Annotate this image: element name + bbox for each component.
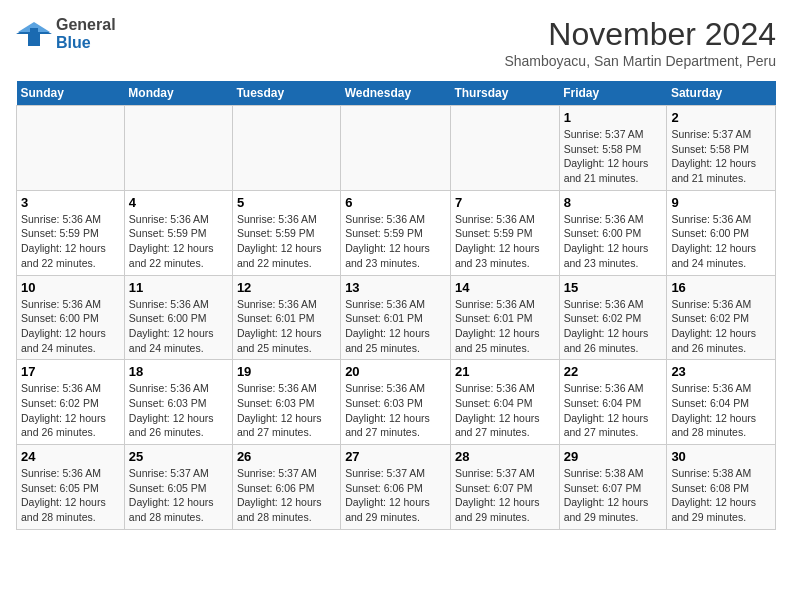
calendar-cell: 22Sunrise: 5:36 AM Sunset: 6:04 PM Dayli… [559, 360, 667, 445]
logo-icon [16, 20, 52, 48]
day-info: Sunrise: 5:36 AM Sunset: 5:59 PM Dayligh… [345, 212, 446, 271]
day-info: Sunrise: 5:36 AM Sunset: 6:00 PM Dayligh… [671, 212, 771, 271]
day-info: Sunrise: 5:36 AM Sunset: 5:59 PM Dayligh… [237, 212, 336, 271]
day-number: 18 [129, 364, 228, 379]
calendar-cell: 19Sunrise: 5:36 AM Sunset: 6:03 PM Dayli… [232, 360, 340, 445]
day-number: 25 [129, 449, 228, 464]
day-number: 27 [345, 449, 446, 464]
day-number: 22 [564, 364, 663, 379]
logo: General Blue [16, 16, 116, 51]
day-info: Sunrise: 5:36 AM Sunset: 5:59 PM Dayligh… [455, 212, 555, 271]
day-info: Sunrise: 5:36 AM Sunset: 5:59 PM Dayligh… [21, 212, 120, 271]
day-info: Sunrise: 5:36 AM Sunset: 6:05 PM Dayligh… [21, 466, 120, 525]
week-row-4: 17Sunrise: 5:36 AM Sunset: 6:02 PM Dayli… [17, 360, 776, 445]
calendar-header-row: SundayMondayTuesdayWednesdayThursdayFrid… [17, 81, 776, 106]
day-info: Sunrise: 5:36 AM Sunset: 6:01 PM Dayligh… [237, 297, 336, 356]
calendar-cell: 26Sunrise: 5:37 AM Sunset: 6:06 PM Dayli… [232, 445, 340, 530]
day-number: 28 [455, 449, 555, 464]
day-info: Sunrise: 5:37 AM Sunset: 6:07 PM Dayligh… [455, 466, 555, 525]
week-row-2: 3Sunrise: 5:36 AM Sunset: 5:59 PM Daylig… [17, 190, 776, 275]
day-info: Sunrise: 5:37 AM Sunset: 6:05 PM Dayligh… [129, 466, 228, 525]
calendar-cell: 29Sunrise: 5:38 AM Sunset: 6:07 PM Dayli… [559, 445, 667, 530]
day-number: 7 [455, 195, 555, 210]
day-number: 15 [564, 280, 663, 295]
day-number: 6 [345, 195, 446, 210]
calendar-cell: 23Sunrise: 5:36 AM Sunset: 6:04 PM Dayli… [667, 360, 776, 445]
day-number: 10 [21, 280, 120, 295]
calendar-cell: 4Sunrise: 5:36 AM Sunset: 5:59 PM Daylig… [124, 190, 232, 275]
day-number: 17 [21, 364, 120, 379]
day-info: Sunrise: 5:36 AM Sunset: 6:01 PM Dayligh… [345, 297, 446, 356]
day-number: 14 [455, 280, 555, 295]
day-info: Sunrise: 5:36 AM Sunset: 6:01 PM Dayligh… [455, 297, 555, 356]
day-number: 8 [564, 195, 663, 210]
col-header-sunday: Sunday [17, 81, 125, 106]
logo-text: General Blue [56, 16, 116, 51]
col-header-wednesday: Wednesday [341, 81, 451, 106]
calendar-cell: 28Sunrise: 5:37 AM Sunset: 6:07 PM Dayli… [450, 445, 559, 530]
day-info: Sunrise: 5:37 AM Sunset: 5:58 PM Dayligh… [671, 127, 771, 186]
day-number: 4 [129, 195, 228, 210]
calendar-cell: 20Sunrise: 5:36 AM Sunset: 6:03 PM Dayli… [341, 360, 451, 445]
day-number: 1 [564, 110, 663, 125]
calendar-cell [124, 106, 232, 191]
calendar-cell: 6Sunrise: 5:36 AM Sunset: 5:59 PM Daylig… [341, 190, 451, 275]
day-number: 26 [237, 449, 336, 464]
day-number: 19 [237, 364, 336, 379]
page-title: November 2024 [504, 16, 776, 53]
day-info: Sunrise: 5:38 AM Sunset: 6:07 PM Dayligh… [564, 466, 663, 525]
day-info: Sunrise: 5:36 AM Sunset: 6:02 PM Dayligh… [671, 297, 771, 356]
day-number: 2 [671, 110, 771, 125]
day-number: 23 [671, 364, 771, 379]
calendar-cell: 30Sunrise: 5:38 AM Sunset: 6:08 PM Dayli… [667, 445, 776, 530]
day-info: Sunrise: 5:36 AM Sunset: 6:04 PM Dayligh… [455, 381, 555, 440]
calendar-cell [232, 106, 340, 191]
day-info: Sunrise: 5:36 AM Sunset: 6:03 PM Dayligh… [237, 381, 336, 440]
day-info: Sunrise: 5:36 AM Sunset: 6:04 PM Dayligh… [671, 381, 771, 440]
calendar-cell: 7Sunrise: 5:36 AM Sunset: 5:59 PM Daylig… [450, 190, 559, 275]
calendar-cell: 25Sunrise: 5:37 AM Sunset: 6:05 PM Dayli… [124, 445, 232, 530]
calendar-cell: 11Sunrise: 5:36 AM Sunset: 6:00 PM Dayli… [124, 275, 232, 360]
calendar-cell: 10Sunrise: 5:36 AM Sunset: 6:00 PM Dayli… [17, 275, 125, 360]
week-row-3: 10Sunrise: 5:36 AM Sunset: 6:00 PM Dayli… [17, 275, 776, 360]
week-row-1: 1Sunrise: 5:37 AM Sunset: 5:58 PM Daylig… [17, 106, 776, 191]
col-header-friday: Friday [559, 81, 667, 106]
page-header: General Blue November 2024 Shamboyacu, S… [16, 16, 776, 69]
day-number: 12 [237, 280, 336, 295]
calendar-cell: 21Sunrise: 5:36 AM Sunset: 6:04 PM Dayli… [450, 360, 559, 445]
day-info: Sunrise: 5:36 AM Sunset: 6:00 PM Dayligh… [129, 297, 228, 356]
day-number: 11 [129, 280, 228, 295]
day-info: Sunrise: 5:37 AM Sunset: 5:58 PM Dayligh… [564, 127, 663, 186]
day-number: 21 [455, 364, 555, 379]
calendar-cell: 24Sunrise: 5:36 AM Sunset: 6:05 PM Dayli… [17, 445, 125, 530]
page-subtitle: Shamboyacu, San Martin Department, Peru [504, 53, 776, 69]
calendar-cell: 8Sunrise: 5:36 AM Sunset: 6:00 PM Daylig… [559, 190, 667, 275]
day-number: 13 [345, 280, 446, 295]
day-info: Sunrise: 5:36 AM Sunset: 6:00 PM Dayligh… [21, 297, 120, 356]
calendar-cell: 1Sunrise: 5:37 AM Sunset: 5:58 PM Daylig… [559, 106, 667, 191]
day-number: 3 [21, 195, 120, 210]
col-header-thursday: Thursday [450, 81, 559, 106]
day-number: 20 [345, 364, 446, 379]
day-info: Sunrise: 5:36 AM Sunset: 6:03 PM Dayligh… [129, 381, 228, 440]
day-info: Sunrise: 5:38 AM Sunset: 6:08 PM Dayligh… [671, 466, 771, 525]
day-number: 29 [564, 449, 663, 464]
day-number: 5 [237, 195, 336, 210]
week-row-5: 24Sunrise: 5:36 AM Sunset: 6:05 PM Dayli… [17, 445, 776, 530]
calendar-cell: 13Sunrise: 5:36 AM Sunset: 6:01 PM Dayli… [341, 275, 451, 360]
calendar-cell: 27Sunrise: 5:37 AM Sunset: 6:06 PM Dayli… [341, 445, 451, 530]
day-info: Sunrise: 5:36 AM Sunset: 6:02 PM Dayligh… [564, 297, 663, 356]
col-header-monday: Monday [124, 81, 232, 106]
calendar-cell: 9Sunrise: 5:36 AM Sunset: 6:00 PM Daylig… [667, 190, 776, 275]
calendar-cell: 2Sunrise: 5:37 AM Sunset: 5:58 PM Daylig… [667, 106, 776, 191]
day-number: 16 [671, 280, 771, 295]
calendar-cell: 14Sunrise: 5:36 AM Sunset: 6:01 PM Dayli… [450, 275, 559, 360]
day-info: Sunrise: 5:36 AM Sunset: 6:02 PM Dayligh… [21, 381, 120, 440]
calendar-table: SundayMondayTuesdayWednesdayThursdayFrid… [16, 81, 776, 530]
day-info: Sunrise: 5:36 AM Sunset: 5:59 PM Dayligh… [129, 212, 228, 271]
calendar-cell: 18Sunrise: 5:36 AM Sunset: 6:03 PM Dayli… [124, 360, 232, 445]
day-info: Sunrise: 5:37 AM Sunset: 6:06 PM Dayligh… [345, 466, 446, 525]
calendar-cell: 12Sunrise: 5:36 AM Sunset: 6:01 PM Dayli… [232, 275, 340, 360]
day-number: 24 [21, 449, 120, 464]
col-header-saturday: Saturday [667, 81, 776, 106]
